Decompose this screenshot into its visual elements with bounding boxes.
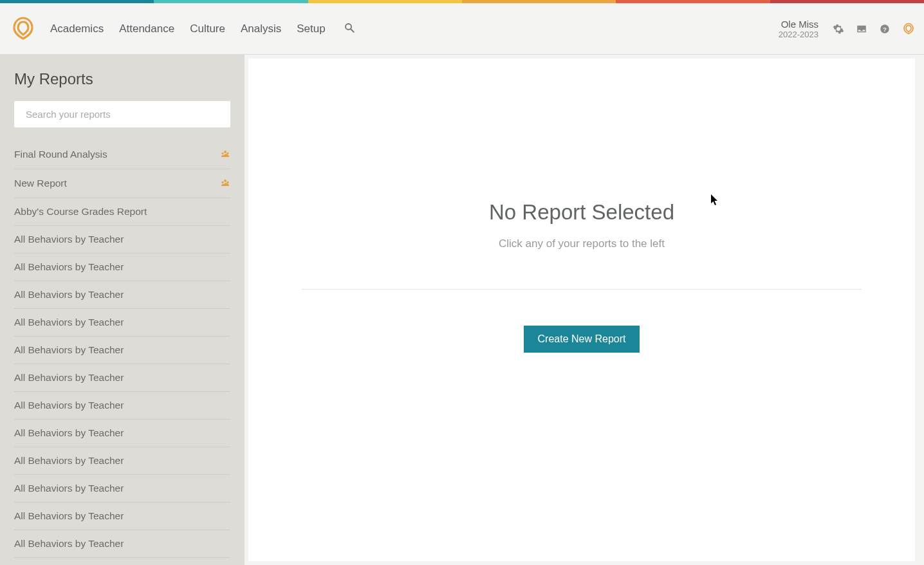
color-segment (770, 0, 924, 3)
nav-analysis[interactable]: Analysis (241, 20, 281, 38)
report-item[interactable]: All Behaviors by Teacher (14, 337, 230, 364)
report-item-label: All Behaviors by Teacher (14, 317, 124, 328)
help-button[interactable]: ? (879, 23, 891, 35)
top-right-controls: Ole Miss 2022-2023 ? (779, 19, 915, 39)
report-item-label: New Report (14, 178, 67, 189)
report-item[interactable]: All Behaviors by Teacher (14, 226, 230, 254)
sidebar: My Reports Final Round AnalysisNew Repor… (0, 55, 245, 565)
report-item[interactable]: All Behaviors by Teacher (14, 309, 230, 337)
report-item-label: Abby's Course Grades Report (14, 206, 147, 218)
report-item-label: All Behaviors by Teacher (14, 483, 124, 494)
report-item[interactable]: Final Round Analysis (14, 147, 230, 169)
org-name: Ole Miss (779, 19, 818, 30)
top-color-bar (0, 0, 924, 3)
no-report-heading: No Report Selected (489, 200, 674, 225)
nav-academics[interactable]: Academics (50, 20, 104, 38)
report-item-label: All Behaviors by Teacher (14, 344, 124, 356)
logo-small-icon (902, 23, 915, 35)
report-item-label: All Behaviors by Teacher (14, 455, 124, 467)
report-item-label: All Behaviors by Teacher (14, 289, 124, 301)
report-item-label: All Behaviors by Teacher (14, 400, 124, 411)
org-year: 2022-2023 (779, 30, 818, 39)
color-segment (308, 0, 462, 3)
color-segment (462, 0, 616, 3)
shared-icon (220, 177, 230, 190)
report-item-label: All Behaviors by Teacher (14, 510, 124, 522)
nav-attendance[interactable]: Attendance (119, 20, 174, 38)
color-segment (154, 0, 308, 3)
report-item[interactable]: All Behaviors by Teacher (14, 475, 230, 503)
svg-text:?: ? (883, 25, 887, 32)
top-bar: Academics Attendance Culture Analysis Se… (0, 3, 924, 55)
brand-button[interactable] (902, 23, 915, 35)
report-item[interactable]: All Behaviors by Teacher (14, 503, 230, 530)
help-icon: ? (879, 23, 891, 35)
shared-icon (220, 148, 230, 161)
app-logo[interactable] (9, 15, 37, 43)
report-item-label: Final Round Analysis (14, 149, 107, 160)
color-segment (616, 0, 770, 3)
report-item-label: All Behaviors by Teacher (14, 372, 124, 384)
nav-culture[interactable]: Culture (190, 20, 225, 38)
svg-line-1 (351, 29, 354, 32)
report-item-label: All Behaviors by Teacher (14, 234, 124, 245)
create-new-report-button[interactable]: Create New Report (524, 326, 640, 353)
sidebar-title: My Reports (14, 70, 230, 88)
logo-icon (10, 16, 36, 42)
report-item-label: All Behaviors by Teacher (14, 427, 124, 439)
org-block[interactable]: Ole Miss 2022-2023 (779, 19, 818, 39)
reports-search-input[interactable] (14, 101, 230, 127)
report-item[interactable]: All Behaviors by Teacher (14, 392, 230, 420)
report-item[interactable]: New Report (14, 169, 230, 198)
main-nav: Academics Attendance Culture Analysis Se… (50, 20, 326, 38)
report-item-label: All Behaviors by Teacher (14, 261, 124, 273)
inbox-button[interactable] (856, 23, 867, 35)
main-content: No Report Selected Click any of your rep… (248, 59, 915, 561)
main-layout: My Reports Final Round AnalysisNew Repor… (0, 55, 924, 565)
global-search-button[interactable] (344, 22, 355, 36)
nav-setup[interactable]: Setup (297, 20, 325, 38)
report-item[interactable]: All Behaviors by Teacher (14, 530, 230, 558)
divider (302, 289, 862, 290)
report-item-label: All Behaviors by Teacher (14, 538, 124, 550)
report-item[interactable]: All Behaviors by Teacher (14, 364, 230, 392)
settings-button[interactable] (833, 23, 844, 35)
report-item[interactable]: Abby's Course Grades Report (14, 198, 230, 226)
no-report-subtext: Click any of your reports to the left (499, 237, 665, 250)
report-item[interactable]: All Behaviors by Teacher (14, 447, 230, 475)
color-segment (0, 0, 154, 3)
report-item[interactable]: All Behaviors by Teacher (14, 254, 230, 281)
inbox-icon (856, 23, 867, 35)
report-list: Final Round AnalysisNew ReportAbby's Cou… (14, 147, 230, 558)
report-item[interactable]: All Behaviors by Teacher (14, 420, 230, 447)
report-item[interactable]: All Behaviors by Teacher (14, 281, 230, 309)
search-icon (344, 22, 355, 33)
gear-icon (833, 23, 844, 35)
